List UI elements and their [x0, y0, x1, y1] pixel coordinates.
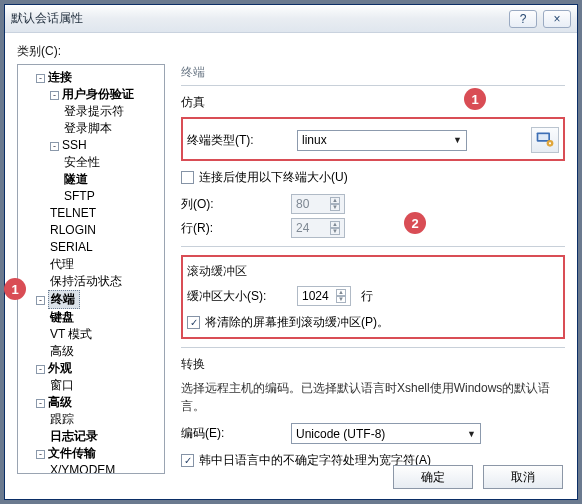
terminal-type-label: 终端类型(T): — [187, 132, 297, 149]
window-title: 默认会话属性 — [11, 10, 503, 27]
use-term-size-checkbox[interactable]: 连接后使用以下终端大小(U) — [181, 169, 348, 186]
spin-down-icon[interactable]: ▼ — [336, 296, 346, 303]
push-scrollback-label: 将清除的屏幕推到滚动缓冲区(P)。 — [205, 314, 389, 331]
buffer-size-spinner[interactable]: 1024 ▲▼ — [297, 286, 351, 306]
callout-2-badge: 2 — [404, 212, 426, 234]
ok-button[interactable]: 确定 — [393, 465, 473, 489]
scrollback-title: 滚动缓冲区 — [187, 263, 559, 280]
cols-spinner: 80 ▲▼ — [291, 194, 345, 214]
terminal-settings-button[interactable] — [531, 127, 559, 153]
collapse-icon[interactable]: - — [50, 91, 59, 100]
tree-serial[interactable]: SERIAL — [50, 240, 93, 254]
tree-telnet[interactable]: TELNET — [50, 206, 96, 220]
cols-label: 列(O): — [181, 196, 291, 213]
tree-logging[interactable]: 日志记录 — [50, 429, 98, 443]
push-scrollback-checkbox[interactable]: ✓ 将清除的屏幕推到滚动缓冲区(P)。 — [187, 314, 389, 331]
callout-1: 1 — [4, 278, 26, 300]
dialog-window: 默认会话属性 ? × 类别(C): -连接 -用户身份验证 登录提示符 — [4, 4, 578, 500]
spin-down-icon: ▼ — [330, 228, 340, 235]
collapse-icon[interactable]: - — [36, 365, 45, 374]
rows-label: 行(R): — [181, 220, 291, 237]
terminal-type-value: linux — [302, 133, 327, 147]
close-button[interactable]: × — [543, 10, 571, 28]
cancel-button[interactable]: 取消 — [483, 465, 563, 489]
collapse-icon[interactable]: - — [36, 399, 45, 408]
tree-login-script[interactable]: 登录脚本 — [64, 121, 112, 135]
spin-up-icon[interactable]: ▲ — [336, 289, 346, 296]
spin-down-icon: ▼ — [330, 204, 340, 211]
collapse-icon[interactable]: - — [36, 74, 45, 83]
tree-file-transfer[interactable]: 文件传输 — [48, 446, 96, 460]
tree-terminal[interactable]: 终端 — [48, 290, 80, 309]
use-term-size-label: 连接后使用以下终端大小(U) — [199, 169, 348, 186]
svg-rect-1 — [538, 134, 548, 140]
category-tree[interactable]: -连接 -用户身份验证 登录提示符 登录脚本 -SSH — [17, 64, 165, 474]
buffer-size-label: 缓冲区大小(S): — [187, 288, 297, 305]
highlight-box-2: 滚动缓冲区 缓冲区大小(S): 1024 ▲▼ 行 ✓ 将清除的屏幕推到滚动缓冲… — [181, 255, 565, 339]
tree-user-auth[interactable]: 用户身份验证 — [62, 87, 134, 101]
tree-proxy[interactable]: 代理 — [50, 257, 74, 271]
chevron-down-icon: ▼ — [467, 429, 476, 439]
tree-rlogin[interactable]: RLOGIN — [50, 223, 96, 237]
divider — [181, 347, 565, 348]
callout-1-badge: 1 — [464, 88, 486, 110]
tree-sftp[interactable]: SFTP — [64, 189, 95, 203]
tree-window[interactable]: 窗口 — [50, 378, 74, 392]
checkbox-icon: ✓ — [181, 454, 194, 467]
tree-keyboard[interactable]: 键盘 — [50, 310, 74, 324]
emulation-title: 仿真 — [181, 94, 565, 111]
encoding-note: 选择远程主机的编码。已选择默认语言时Xshell使用Windows的默认语言。 — [181, 379, 565, 415]
tree-keepalive[interactable]: 保持活动状态 — [50, 274, 122, 288]
highlight-box-1: 终端类型(T): linux ▼ — [181, 117, 565, 161]
encoding-title: 转换 — [181, 356, 565, 373]
tree-advanced-terminal[interactable]: 高级 — [50, 344, 74, 358]
chevron-down-icon: ▼ — [453, 135, 462, 145]
collapse-icon[interactable]: - — [50, 142, 59, 151]
tree-ssh[interactable]: SSH — [62, 138, 87, 152]
tree-appearance[interactable]: 外观 — [48, 361, 72, 375]
rows-value: 24 — [296, 221, 309, 235]
collapse-icon[interactable]: - — [36, 296, 45, 305]
svg-point-3 — [549, 142, 551, 144]
tree-tunnel[interactable]: 隧道 — [64, 172, 88, 186]
tree-vt-mode[interactable]: VT 模式 — [50, 327, 92, 341]
titlebar: 默认会话属性 ? × — [5, 5, 577, 33]
spin-up-icon: ▲ — [330, 197, 340, 204]
help-button[interactable]: ? — [509, 10, 537, 28]
divider — [181, 246, 565, 247]
cols-value: 80 — [296, 197, 309, 211]
encoding-label: 编码(E): — [181, 425, 291, 442]
tree-connection[interactable]: 连接 — [48, 70, 72, 84]
tree-login-prompt[interactable]: 登录提示符 — [64, 104, 124, 118]
collapse-icon[interactable]: - — [36, 450, 45, 459]
spin-up-icon: ▲ — [330, 221, 340, 228]
rows-spinner: 24 ▲▼ — [291, 218, 345, 238]
checkbox-icon — [181, 171, 194, 184]
buffer-size-value: 1024 — [302, 289, 329, 303]
tree-security[interactable]: 安全性 — [64, 155, 100, 169]
tree-trace[interactable]: 跟踪 — [50, 412, 74, 426]
encoding-value: Unicode (UTF-8) — [296, 427, 385, 441]
buffer-size-unit: 行 — [361, 288, 373, 305]
tree-advanced[interactable]: 高级 — [48, 395, 72, 409]
panel-header: 终端 — [181, 64, 565, 86]
tree-xymodem[interactable]: X/YMODEM — [50, 463, 115, 474]
encoding-combo[interactable]: Unicode (UTF-8) ▼ — [291, 423, 481, 444]
terminal-type-combo[interactable]: linux ▼ — [297, 130, 467, 151]
category-label: 类别(C): — [17, 43, 565, 60]
checkbox-icon: ✓ — [187, 316, 200, 329]
monitor-gear-icon — [535, 130, 555, 150]
